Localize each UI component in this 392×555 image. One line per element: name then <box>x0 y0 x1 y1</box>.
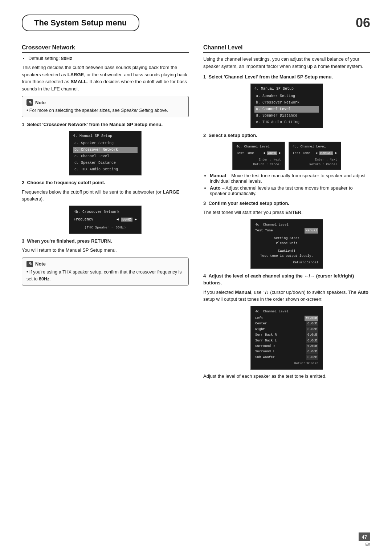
bcs-val-surr-back-r: 0.0dB <box>306 332 318 337</box>
manual-desc: Manual – Move the test tone manually fro… <box>210 173 370 184</box>
ss-auto-row: Test Tone ◄ Auto ► <box>236 151 281 156</box>
crossover-network-section: Crossover Network Default setting: 80Hz … <box>22 44 189 382</box>
bcs-val-surround-l: 0.0dB <box>306 349 318 354</box>
ss-manual-arrow-l: ◄ <box>315 151 317 155</box>
bcs-label-left: Left <box>255 316 263 321</box>
channel-step3-text: The test tones will start after you pres… <box>203 209 370 216</box>
page-footer: 47 En <box>359 532 370 546</box>
chapter-number: 06 <box>356 16 370 29</box>
bcs-val-left: +0.5dB <box>305 316 318 321</box>
bcs-val-surr-back-l: 0.0dB <box>306 338 318 343</box>
bcs-label-surround-l: Surround L <box>255 349 275 354</box>
cs-tone-label: Test Tone <box>255 228 273 233</box>
page-number: 47 <box>359 532 370 541</box>
ss-manual-arrow-r: ► <box>335 151 337 155</box>
ch-menu-item-0: a. Speaker Setting <box>254 93 319 100</box>
crossover-screen-1-title: 4. Manual SP Setup <box>73 133 138 139</box>
ss-manual-value: Manual <box>319 151 333 155</box>
channel-step1-text: Select 'Channel Level' from the Manual S… <box>208 74 333 80</box>
freq-screen-row: Frequency ◄ 80Hz ► <box>74 216 137 223</box>
ch-menu-item-3: d. Speaker Distance <box>254 113 319 119</box>
crossover-screen-1: 4. Manual SP Setup a. Speaker Setting b.… <box>69 131 142 175</box>
crossover-step1-text: Select 'Crossover Network' from the Manu… <box>27 122 163 127</box>
channel-step3: 3 Confirm your selected setup option. <box>203 200 370 207</box>
crossover-intro: This setting decides the cutoff between … <box>22 64 189 92</box>
ch-menu-item-2: c. Channel Level <box>254 106 319 113</box>
ch-menu-item-4: e. THX Audio Setting <box>254 119 319 126</box>
page-title: The System Setup menu <box>34 18 127 28</box>
ch-menu-item-1: b. Crossover Network <box>254 100 319 106</box>
default-value: 80Hz <box>61 56 72 61</box>
channel-screen-manual: 4c. Channel Level Test Tone ◄ Manual ► E… <box>289 142 341 170</box>
note-header-2: ✎ Note <box>26 261 184 267</box>
bcs-label-center: Center <box>255 321 267 326</box>
crossover-defaults: Default setting: 80Hz <box>28 56 189 61</box>
freq-note: (THX Speaker = 80Hz) <box>74 225 137 231</box>
page-lang: En <box>366 542 370 546</box>
bcs-label-surr-back-l: Surr Back L <box>255 338 277 343</box>
freq-arrow-right: ► <box>135 218 137 222</box>
cs-setting-start: Setting Start <box>255 236 318 241</box>
bcs-row-center: Center 0.0dB <box>255 321 318 326</box>
note-1-text: • For more on selecting the speaker size… <box>26 107 184 114</box>
cs-tone-value: Manual <box>305 228 318 233</box>
cs-caution-title: Caution!! <box>255 248 318 254</box>
note-icon-2: ✎ <box>26 261 33 267</box>
bcs-row-surr-back-l: Surr Back L 0.0dB <box>255 338 318 343</box>
channel-level-section: Channel Level Using the channel level se… <box>203 44 370 382</box>
channel-level-heading: Channel Level <box>203 44 370 53</box>
freq-screen-title: 4b. Crossover Network <box>74 209 137 215</box>
crossover-step2-heading: 2 Choose the frequency cutoff point. <box>22 179 189 186</box>
bcs-val-right: 0.0dB <box>306 327 318 332</box>
bcs-row-left: Left +0.5dB <box>255 316 318 321</box>
freq-label: Frequency <box>74 216 93 223</box>
note-2-text: • If you're using a THX speaker setup, c… <box>26 269 184 283</box>
default-setting: Default setting: 80Hz <box>28 56 189 61</box>
confirm-screen: 4c. Channel Level Test Tone Manual Setti… <box>250 219 323 269</box>
cs-footer: Return:Cancel <box>255 260 318 265</box>
cs-caution-text: Test tone is output loudly. <box>255 254 318 259</box>
ss-auto-value: Auto <box>267 151 277 155</box>
note-box-2: ✎ Note • If you're using a THX speaker s… <box>22 258 189 286</box>
channel-step2-heading: Select a setup option. <box>208 133 257 138</box>
crossover-step3-bold: When you're finished, press RETURN. <box>27 238 112 244</box>
channel-outro: Adjust the level of each speaker as the … <box>203 373 370 380</box>
freq-arrow-left: ◄ <box>117 218 119 222</box>
freq-value: 80Hz <box>121 218 132 222</box>
channel-step3-heading: Confirm your selected setup option. <box>208 200 289 206</box>
channel-options-list: Manual – Move the test tone manually fro… <box>210 173 370 196</box>
channel-screen-auto: 4c. Channel Level Test Tone ◄ Auto ► Ent… <box>232 142 285 170</box>
bcs-val-surround-r: 0.0dB <box>306 344 318 349</box>
channel-screens-row: 4c. Channel Level Test Tone ◄ Auto ► Ent… <box>203 142 370 170</box>
channel-step4-text: Adjust the level of each channel using t… <box>203 273 354 286</box>
bcs-label-surround-r: Surround R <box>255 344 275 349</box>
ss-manual-title: 4c. Channel Level <box>293 144 337 149</box>
bcs-row-surr-back-r: Surr Back R 0.0dB <box>255 332 318 337</box>
bcs-val-subwoofer: 0.0dB <box>306 355 318 360</box>
menu-item-2: c. Channel Level <box>73 153 138 160</box>
ss-manual-label: Test Tone <box>293 151 310 156</box>
bcs-val-center: 0.0dB <box>306 321 318 326</box>
ss-manual-footer: Enter : NextReturn : Cancel <box>293 158 337 167</box>
crossover-step3-text: You will return to the Manual SP Setup m… <box>22 247 189 254</box>
menu-item-3: d. Speaker Distance <box>73 160 138 166</box>
channel-level-intro: Using the channel level settings, you ca… <box>203 56 370 70</box>
bcs-label-right: Right <box>255 327 265 332</box>
channel-step1: 1 Select 'Channel Level' from the Manual… <box>203 73 370 81</box>
title-box: The System Setup menu <box>22 15 139 31</box>
channel-step4: 4 Adjust the level of each channel using… <box>203 272 370 287</box>
ss-auto-label: Test Tone <box>236 151 254 156</box>
frequency-screen: 4b. Crossover Network Frequency ◄ 80Hz ►… <box>69 206 142 234</box>
ss-manual-row: Test Tone ◄ Manual ► <box>293 151 337 156</box>
crossover-step3: 3 When you're finished, press RETURN. <box>22 238 189 245</box>
menu-item-1: b. Crossover Network <box>73 147 138 153</box>
crossover-step2-text: Frequencies below the cutoff point will … <box>22 189 189 203</box>
crossover-step2-bold: Choose the frequency cutoff point. <box>27 180 105 185</box>
note-header-1: ✎ Note <box>26 99 184 106</box>
bcs-row-surround-r: Surround R 0.0dB <box>255 344 318 349</box>
ss-auto-title: 4c. Channel Level <box>236 144 281 149</box>
bcs-row-subwoofer: Sub Woofer 0.0dB <box>255 355 318 360</box>
bcs-footer: Return:Finish <box>255 361 318 366</box>
bcs-row-surround-l: Surround L 0.0dB <box>255 349 318 354</box>
bcs-row-right: Right 0.0dB <box>255 327 318 332</box>
